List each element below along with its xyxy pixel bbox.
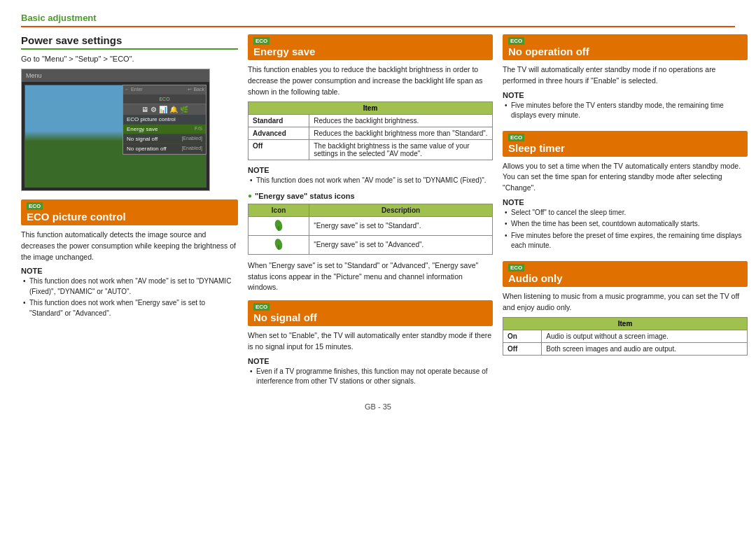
table-row: Off Both screen images and audio are out… <box>503 343 748 356</box>
energy-save-note-title: NOTE <box>248 166 493 174</box>
icon-table-col2: Description <box>309 204 493 216</box>
no-signal-note: NOTE Even if a TV programme finishes, th… <box>248 357 493 387</box>
leaf-icon-advanced <box>274 238 284 251</box>
no-operation-note-1: Five minutes before the TV enters standb… <box>503 101 748 121</box>
audio-only-header: ECO Audio only <box>503 261 748 287</box>
eco-menu-item-energy: Energy save F/S <box>123 125 206 134</box>
eco-picture-body: This function automatically detects the … <box>21 230 238 262</box>
menu-label: Menu <box>26 72 42 79</box>
no-operation-header-inner: ECO No operation off <box>508 37 589 57</box>
energy-save-table-header: Item <box>248 102 493 115</box>
eco-picture-note: NOTE This function does not work when "A… <box>21 267 238 318</box>
section-header-label: Basic adjustment <box>21 13 735 27</box>
page: Basic adjustment Power save settings Go … <box>0 0 756 423</box>
audio-only-table: Item On Audio is output without a screen… <box>503 317 748 356</box>
audio-only-section: ECO Audio only When listening to music f… <box>503 261 748 356</box>
eco-picture-title: ECO picture control <box>27 211 126 223</box>
no-operation-body: The TV will automatically enter standby … <box>503 64 748 87</box>
sleep-timer-title: Sleep timer <box>508 142 565 154</box>
audio-only-table-header: Item <box>503 318 748 330</box>
eco-menu-overlay: ← Enter ↩ Back ECO 🖥 ⚙ � <box>122 85 206 155</box>
icon-standard-desc: "Energy save" is set to "Standard". <box>309 216 493 235</box>
table-row: Advanced Reduces the backlight brightnes… <box>248 127 493 140</box>
energy-save-section: ECO Energy save This function enables yo… <box>248 34 493 293</box>
table-row: On Audio is output without a screen imag… <box>503 330 748 343</box>
energy-save-table: Item Standard Reduces the backlight brig… <box>248 101 493 160</box>
energy-save-note: NOTE This function does not work when "A… <box>248 166 493 186</box>
no-operation-note-title: NOTE <box>503 91 748 99</box>
audio-only-body: When listening to music from a music pro… <box>503 291 748 314</box>
audio-only-off-desc: Both screen images and audio are output. <box>542 343 748 356</box>
sleep-timer-section: ECO Sleep timer Allows you to set a time… <box>503 131 748 251</box>
table-cell-off-label: Off <box>248 140 309 160</box>
table-cell-off-desc: The backlight brightness is the same val… <box>309 140 493 160</box>
audio-only-on-label: On <box>503 330 542 343</box>
energy-save-header: ECO Energy save <box>248 34 493 60</box>
middle-column: ECO Energy save This function enables yo… <box>248 34 493 393</box>
energy-save-header-inner: ECO Energy save <box>253 37 315 57</box>
sleep-timer-note-2: When the time has been set, countdown au… <box>503 219 748 230</box>
no-signal-section: ECO No signal off When set to "Enable", … <box>248 300 493 387</box>
right-column: ECO No operation off The TV will automat… <box>503 34 748 393</box>
eco-menu-item-nooperation: No operation off [Enabled] <box>123 144 206 154</box>
no-operation-section: ECO No operation off The TV will automat… <box>503 34 748 121</box>
no-signal-title: No signal off <box>253 311 317 323</box>
audio-only-header-inner: ECO Audio only <box>508 264 563 284</box>
no-signal-header-inner: ECO No signal off <box>253 303 317 323</box>
table-row: Standard Reduces the backlight brightnes… <box>248 115 493 127</box>
tv-menu-image: Menu ← Enter ↩ Back <box>21 69 210 191</box>
eco-picture-eco-tag: ECO <box>27 202 43 210</box>
table-row: Off The backlight brightness is the same… <box>248 140 493 160</box>
no-operation-note: NOTE Five minutes before the TV enters s… <box>503 91 748 121</box>
no-signal-note-1: Even if a TV programme finishes, this fu… <box>248 367 493 387</box>
table-cell-advanced-label: Advanced <box>248 127 309 140</box>
table-row: "Energy save" is set to "Advanced". <box>248 235 493 254</box>
audio-only-title: Audio only <box>508 272 563 284</box>
eco-picture-header: ECO ECO picture control <box>21 199 238 225</box>
table-cell-standard-desc: Reduces the backlight brightness. <box>309 115 493 127</box>
energy-save-status-subtitle: "Energy save" status icons <box>248 192 493 200</box>
table-cell-standard-label: Standard <box>248 115 309 127</box>
energy-save-eco-tag: ECO <box>253 37 270 45</box>
main-grid: Power save settings Go to "Menu" > "Setu… <box>21 34 735 393</box>
eco-menu-item-picture: ECO picture control <box>123 115 206 125</box>
sleep-timer-eco-tag: ECO <box>508 134 524 141</box>
icon-advanced <box>248 235 309 254</box>
left-column: Power save settings Go to "Menu" > "Setu… <box>21 34 238 393</box>
sleep-timer-note-title: NOTE <box>503 198 748 206</box>
eco-picture-header-inner: ECO ECO picture control <box>27 202 126 223</box>
no-signal-eco-tag: ECO <box>253 303 270 311</box>
no-signal-header: ECO No signal off <box>248 300 493 326</box>
eco-menu-item-nosignal: No signal off [Enabled] <box>123 134 206 144</box>
eco-picture-note-2: This function does not work when "Energy… <box>21 298 238 318</box>
eco-picture-note-title: NOTE <box>21 267 238 275</box>
icon-advanced-desc: "Energy save" is set to "Advanced". <box>309 235 493 254</box>
eco-picture-section: ECO ECO picture control This function au… <box>21 199 238 318</box>
goto-text: Go to "Menu" > "Setup" > "ECO". <box>21 55 238 63</box>
no-signal-note-title: NOTE <box>248 357 493 365</box>
page-footer: GB - 35 <box>21 402 735 411</box>
audio-only-eco-tag: ECO <box>508 264 524 272</box>
sleep-timer-note-1: Select "Off" to cancel the sleep timer. <box>503 208 748 218</box>
energy-save-title: Energy save <box>253 45 315 57</box>
icon-table-col1: Icon <box>248 204 309 216</box>
energy-save-note-1: This function does not work when "AV mod… <box>248 176 493 186</box>
icon-standard <box>248 216 309 235</box>
sleep-timer-note-3: Five minutes before the preset of time e… <box>503 231 748 251</box>
eco-menu-header: ← Enter ↩ Back <box>123 85 206 94</box>
leaf-icon-standard <box>274 219 284 232</box>
no-operation-title: No operation off <box>508 45 589 57</box>
no-signal-body: When set to "Enable", the TV will automa… <box>248 330 493 353</box>
no-operation-header: ECO No operation off <box>503 34 748 60</box>
no-operation-eco-tag: ECO <box>508 37 524 45</box>
sleep-timer-note: NOTE Select "Off" to cancel the sleep ti… <box>503 198 748 251</box>
eco-picture-note-1: This function does not work when "AV mod… <box>21 276 238 297</box>
menu-bar: Menu <box>22 69 209 82</box>
energy-save-body: This function enables you to reduce the … <box>248 64 493 97</box>
table-row: "Energy save" is set to "Standard". <box>248 216 493 235</box>
energy-save-icon-table: Icon Description "Energy save" is set to… <box>248 204 493 255</box>
sleep-timer-header-inner: ECO Sleep timer <box>508 134 565 154</box>
energy-save-after-note: When "Energy save" is set to "Standard" … <box>248 260 493 293</box>
sleep-timer-body: Allows you to set a time when the TV aut… <box>503 161 748 194</box>
audio-only-on-desc: Audio is output without a screen image. <box>542 330 748 343</box>
